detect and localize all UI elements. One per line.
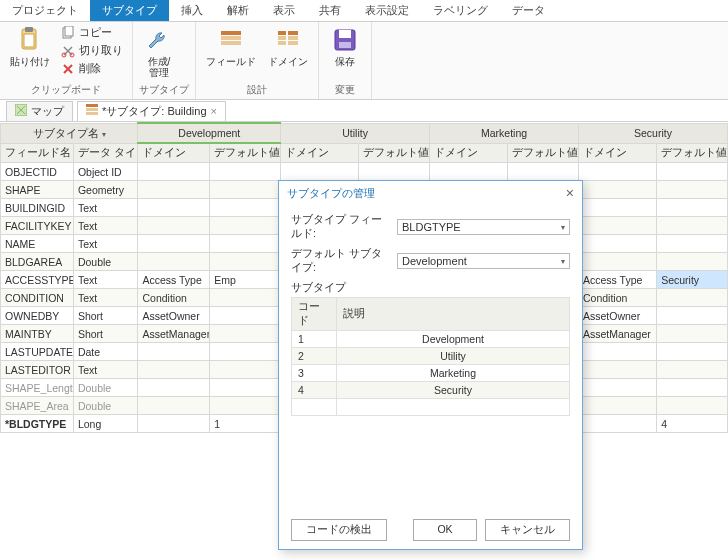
field-button[interactable]: フィールド <box>202 24 260 69</box>
svg-rect-7 <box>221 31 241 35</box>
group-clipboard: 貼り付け コピー 切り取り 削除 クリップボード <box>0 22 133 99</box>
svg-rect-8 <box>221 36 241 40</box>
default-subtype-select[interactable]: Development▾ <box>397 253 570 269</box>
subtype-name-header[interactable]: サブタイプ名 ▾ <box>1 123 138 143</box>
table-icon <box>86 104 98 118</box>
header-row-2: フィールド名 データ タイプ ドメイン デフォルト値 ドメイン デフォルト値 ド… <box>1 143 728 163</box>
dialog-title-text: サブタイプの管理 <box>287 186 375 201</box>
copy-button[interactable]: コピー <box>58 24 126 41</box>
svg-rect-15 <box>288 41 298 45</box>
svg-rect-20 <box>86 104 98 107</box>
detect-codes-button[interactable]: コードの検出 <box>291 519 387 541</box>
paste-label: 貼り付け <box>10 56 50 67</box>
subtypes-section-label: サブタイプ <box>291 281 570 295</box>
domain-button[interactable]: ドメイン <box>264 24 312 69</box>
ribbon: 貼り付け コピー 切り取り 削除 クリップボード 作成/ 管理 サブタイプ フィ… <box>0 22 728 100</box>
svg-rect-13 <box>288 36 298 40</box>
manage-subtypes-dialog: サブタイプの管理 × サブタイプ フィールド: BLDGTYPE▾ デフォルト … <box>278 180 583 550</box>
list-item[interactable]: 4Security <box>292 382 570 399</box>
list-item[interactable] <box>292 399 570 416</box>
list-item[interactable]: 1Development <box>292 331 570 348</box>
ribbon-tab-6[interactable]: 表示設定 <box>353 0 421 21</box>
list-item[interactable]: 2Utility <box>292 348 570 365</box>
svg-rect-21 <box>86 108 98 111</box>
ribbon-tab-5[interactable]: 共有 <box>307 0 353 21</box>
group-design-label: 設計 <box>202 81 312 97</box>
desc-header: 説明 <box>337 298 570 331</box>
field-name-header: フィールド名 <box>1 143 74 163</box>
map-icon <box>15 104 27 118</box>
ribbon-tab-8[interactable]: データ <box>500 0 557 21</box>
create-manage-button[interactable]: 作成/ 管理 <box>139 24 179 80</box>
group-clipboard-label: クリップボード <box>6 81 126 97</box>
svg-rect-4 <box>65 26 73 36</box>
svg-rect-10 <box>278 31 286 35</box>
ribbon-tab-4[interactable]: 表示 <box>261 0 307 21</box>
paste-icon <box>16 26 44 54</box>
ribbon-tab-0[interactable]: プロジェクト <box>0 0 90 21</box>
group-changes: 保存 変更 <box>319 22 372 99</box>
doc-tabs: マップ *サブタイプ: Building × <box>0 100 728 122</box>
ribbon-tabs: プロジェクトサブタイプ挿入解析表示共有表示設定ラベリングデータ <box>0 0 728 22</box>
wrench-icon <box>145 26 173 54</box>
doc-tab-map[interactable]: マップ <box>6 101 73 121</box>
save-icon <box>331 26 359 54</box>
create-manage-label: 作成/ 管理 <box>148 56 171 78</box>
col-utility[interactable]: Utility <box>281 123 430 143</box>
field-icon <box>217 26 245 54</box>
chevron-down-icon: ▾ <box>561 257 565 266</box>
dialog-titlebar[interactable]: サブタイプの管理 × <box>279 181 582 205</box>
data-type-header: データ タイプ <box>73 143 138 163</box>
group-subtype-label: サブタイプ <box>139 81 189 97</box>
doc-tab-subtype[interactable]: *サブタイプ: Building × <box>77 101 226 121</box>
save-button[interactable]: 保存 <box>325 24 365 69</box>
col-marketing[interactable]: Marketing <box>430 123 579 143</box>
cancel-button[interactable]: キャンセル <box>485 519 570 541</box>
svg-rect-22 <box>86 112 98 115</box>
domain-icon <box>274 26 302 54</box>
subtype-field-label: サブタイプ フィールド: <box>291 213 391 241</box>
cut-icon <box>61 44 75 58</box>
svg-rect-9 <box>221 41 241 45</box>
header-row-1: サブタイプ名 ▾ Development Utility Marketing S… <box>1 123 728 143</box>
svg-rect-18 <box>339 42 351 48</box>
delete-button[interactable]: 削除 <box>58 60 126 77</box>
subtype-field-select[interactable]: BLDGTYPE▾ <box>397 219 570 235</box>
table-row[interactable]: OBJECTIDObject ID <box>1 163 728 181</box>
default-subtype-label: デフォルト サブタイプ: <box>291 247 391 275</box>
delete-icon <box>61 62 75 76</box>
svg-rect-12 <box>278 36 286 40</box>
ribbon-tab-7[interactable]: ラベリング <box>421 0 500 21</box>
paste-button[interactable]: 貼り付け <box>6 24 54 69</box>
group-changes-label: 変更 <box>325 81 365 97</box>
ok-button[interactable]: OK <box>413 519 477 541</box>
ribbon-tab-3[interactable]: 解析 <box>215 0 261 21</box>
ribbon-tab-1[interactable]: サブタイプ <box>90 0 169 21</box>
list-item[interactable]: 3Marketing <box>292 365 570 382</box>
group-subtype: 作成/ 管理 サブタイプ <box>133 22 196 99</box>
ribbon-tab-2[interactable]: 挿入 <box>169 0 215 21</box>
svg-rect-1 <box>25 27 33 32</box>
group-design: フィールド ドメイン 設計 <box>196 22 319 99</box>
svg-rect-2 <box>24 34 34 47</box>
cut-button[interactable]: 切り取り <box>58 42 126 59</box>
copy-icon <box>61 26 75 40</box>
svg-rect-17 <box>339 30 351 38</box>
subtypes-list: コード説明 1Development2Utility3Marketing4Sec… <box>291 297 570 416</box>
code-header: コード <box>292 298 337 331</box>
dialog-close-button[interactable]: × <box>566 185 574 201</box>
chevron-down-icon: ▾ <box>561 223 565 232</box>
svg-rect-14 <box>278 41 286 45</box>
svg-rect-11 <box>288 31 298 35</box>
close-icon[interactable]: × <box>211 105 217 117</box>
col-security[interactable]: Security <box>579 123 728 143</box>
col-development[interactable]: Development <box>138 123 281 143</box>
